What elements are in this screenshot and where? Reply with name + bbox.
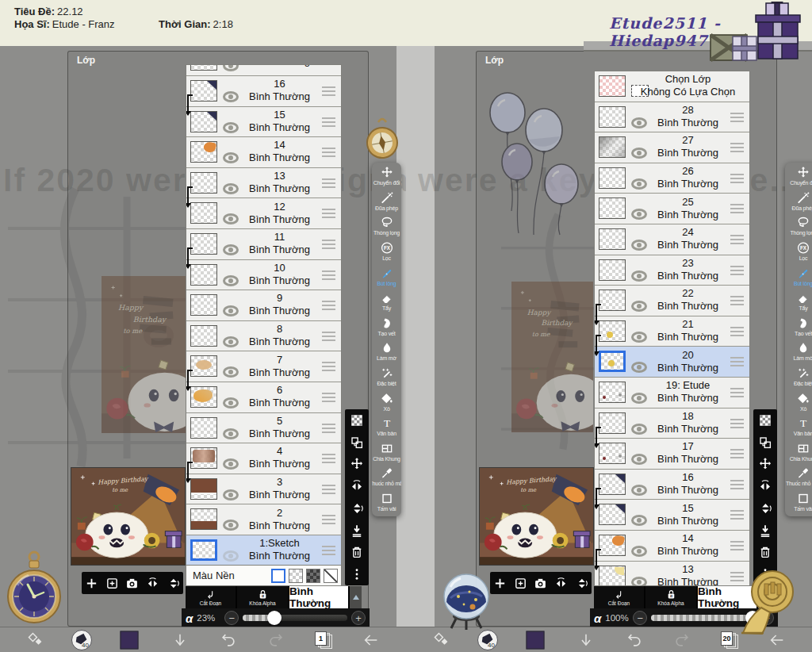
merge-down-icon[interactable]: [350, 523, 365, 538]
add-layer-special-button[interactable]: [513, 576, 528, 591]
layer-row-19-etude[interactable]: 19: Etude Bình Thường: [595, 378, 749, 408]
layer-thumbnail[interactable]: [599, 351, 626, 372]
layer-row-23[interactable]: 23 Bình Thường: [595, 255, 749, 286]
layer-row-5[interactable]: 5 Bình Thường: [186, 413, 341, 444]
drag-handle-icon[interactable]: [730, 388, 744, 397]
down-arrow-button[interactable]: [171, 631, 189, 649]
add-layer-button[interactable]: [84, 576, 99, 591]
tool-smudge[interactable]: Tạo vết: [372, 314, 401, 339]
drag-handle-icon[interactable]: [322, 240, 335, 249]
drag-handle-icon[interactable]: [322, 393, 335, 402]
drag-handle-icon[interactable]: [322, 546, 335, 555]
layer-thumbnail[interactable]: [599, 443, 626, 464]
background-swatch-checker-light[interactable]: [289, 569, 303, 583]
selection-thumbnail[interactable]: [599, 75, 626, 97]
brush-preview-button[interactable]: 40: [71, 630, 92, 650]
flip-vertical-button[interactable]: [166, 576, 181, 591]
drag-handle-icon[interactable]: [730, 235, 744, 244]
layer-thumbnail[interactable]: [599, 504, 626, 525]
drag-handle-icon[interactable]: [730, 419, 744, 428]
layer-row-12[interactable]: 12 Bình Thường: [186, 198, 341, 229]
select-layer-row[interactable]: Chọn Lớp Không Có Lựa Chọn: [595, 71, 749, 102]
layer-row-14[interactable]: 14 Bình Thường: [186, 137, 341, 168]
layer-thumbnail[interactable]: [190, 172, 217, 194]
drag-handle-icon[interactable]: [322, 515, 335, 524]
layer-thumbnail[interactable]: [599, 566, 626, 587]
add-layer-special-button[interactable]: [105, 576, 120, 591]
layer-thumbnail[interactable]: [599, 259, 626, 281]
brush-preview-button[interactable]: 40: [477, 630, 498, 650]
tool-brush[interactable]: Bút lông: [372, 263, 401, 289]
redo-button[interactable]: [267, 631, 285, 649]
tool-blur[interactable]: Làm mờ: [372, 339, 401, 364]
visibility-eye-icon[interactable]: [631, 546, 647, 557]
visibility-eye-icon[interactable]: [223, 122, 239, 133]
tool-special[interactable]: Đặc biệt: [785, 364, 812, 389]
import-photo-button[interactable]: [533, 576, 548, 591]
tool-bucket[interactable]: Xô: [785, 389, 812, 414]
layers-page-button[interactable]: 1: [315, 631, 332, 649]
duplicate-layer-icon[interactable]: [758, 435, 773, 450]
tool-wand[interactable]: Đũa phép: [372, 189, 401, 214]
background-swatch-checker-dark[interactable]: [306, 569, 320, 583]
layer-row-9[interactable]: 9 Bình Thường: [186, 290, 341, 321]
visibility-eye-icon[interactable]: [223, 366, 239, 378]
tool-lasso[interactable]: Thòng lọng: [785, 213, 812, 239]
layer-thumbnail[interactable]: [190, 325, 217, 347]
visibility-eye-icon[interactable]: [223, 244, 239, 255]
visibility-eye-icon[interactable]: [223, 428, 239, 439]
tool-switch-button[interactable]: [27, 631, 44, 649]
drag-handle-icon[interactable]: [322, 64, 335, 65]
tool-switch-button[interactable]: [433, 631, 450, 649]
alpha-lock-button[interactable]: α Khóa Alpha: [237, 586, 288, 608]
drag-handle-icon[interactable]: [730, 266, 744, 275]
tool-text[interactable]: T Văn bản: [785, 414, 812, 439]
flip-horizontal-button[interactable]: [553, 576, 569, 591]
layer-thumbnail[interactable]: [190, 447, 217, 469]
layer-row-18[interactable]: 18 Bình Thường: [595, 408, 749, 439]
tool-dropper[interactable]: Thuốc nhỏ mắt: [372, 464, 401, 489]
layer-thumbnail[interactable]: [190, 64, 217, 71]
canvas-preview[interactable]: Happy Birthdayto me: [71, 467, 186, 566]
layer-row-13[interactable]: 13 Bình Thường: [186, 168, 341, 199]
drag-handle-icon[interactable]: [322, 148, 335, 157]
visibility-eye-icon[interactable]: [223, 91, 239, 102]
visibility-eye-icon[interactable]: [631, 515, 647, 526]
flip-horizontal-icon[interactable]: [758, 479, 773, 494]
drag-handle-icon[interactable]: [730, 174, 744, 183]
layer-thumbnail[interactable]: [190, 264, 217, 286]
flip-horizontal-icon[interactable]: [350, 479, 365, 494]
visibility-eye-icon[interactable]: [631, 393, 647, 404]
back-button[interactable]: [362, 631, 380, 649]
tool-special[interactable]: Đặc biệt: [372, 364, 401, 389]
layer-thumbnail[interactable]: [190, 202, 217, 224]
layer-thumbnail[interactable]: [599, 228, 626, 250]
visibility-eye-icon[interactable]: [223, 305, 239, 316]
clipping-button[interactable]: Cắt Đoạn: [594, 586, 644, 608]
layer-row-16[interactable]: 16 Bình Thường: [186, 76, 341, 107]
layer-row-17[interactable]: 17 Bình Thường: [595, 439, 749, 470]
visibility-eye-icon[interactable]: [223, 336, 239, 347]
blend-mode-dropdown[interactable]: Bình Thường: [289, 586, 348, 608]
layer-thumbnail[interactable]: [599, 198, 626, 219]
drag-handle-icon[interactable]: [322, 86, 335, 96]
layer-list[interactable]: Chọn Lớp Không Có Lựa Chọn 28 Bình Thườn…: [594, 71, 750, 586]
layer-row-15[interactable]: 15 Bình Thường: [595, 500, 749, 531]
layer-row-8[interactable]: 8 Bình Thường: [186, 321, 341, 352]
layer-row-6[interactable]: 6 Bình Thường: [186, 382, 341, 413]
layer-row-14[interactable]: 14 Bình Thường: [595, 531, 749, 562]
layer-thumbnail[interactable]: [599, 136, 626, 158]
layer-row-3[interactable]: 3 Bình Thường: [186, 474, 341, 505]
drag-handle-icon[interactable]: [322, 362, 335, 371]
layer-thumbnail[interactable]: [190, 141, 217, 163]
layer-list[interactable]: Bình Thường 16 Bình Thường 15 Bình Thườn…: [186, 64, 342, 566]
drag-handle-icon[interactable]: [730, 327, 744, 336]
canvas-preview[interactable]: Happy Birthdayto me: [479, 467, 594, 566]
flip-vertical-icon[interactable]: [758, 501, 773, 516]
tool-lasso[interactable]: Thòng lọng: [372, 213, 401, 239]
layer-row-2[interactable]: 2 Bình Thường: [186, 504, 341, 535]
more-options-icon[interactable]: [350, 567, 365, 582]
visibility-eye-icon[interactable]: [223, 520, 239, 531]
tool-bucket[interactable]: Xô: [372, 389, 401, 414]
layer-thumbnail[interactable]: [599, 167, 626, 189]
